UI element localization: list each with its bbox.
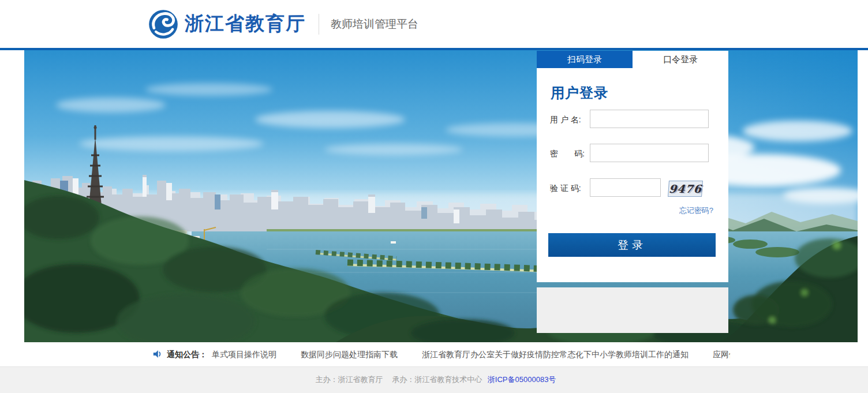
footer-host: 主办：浙江省教育厅: [316, 375, 383, 384]
captcha-image[interactable]: 9476: [668, 181, 703, 197]
tab-scan-login[interactable]: 扫码登录: [537, 51, 633, 68]
password-label: 密 码:: [550, 144, 589, 163]
logo-icon: [148, 9, 179, 40]
username-input[interactable]: [590, 110, 709, 128]
login-button[interactable]: 登录: [548, 233, 716, 257]
forgot-password-link[interactable]: 忘记密码?: [679, 205, 713, 216]
login-title: 用户登录: [551, 84, 608, 102]
header: 浙江省教育厅 教师培训管理平台: [0, 0, 868, 48]
login-page: 浙江省教育厅 教师培训管理平台: [0, 0, 868, 393]
password-input[interactable]: [590, 144, 709, 162]
notice-item-1[interactable]: 单式项目操作说明: [212, 350, 276, 359]
captcha-input[interactable]: [590, 178, 661, 197]
brand: 浙江省教育厅 教师培训管理平台: [148, 0, 418, 48]
notice-bar: 通知公告：单式项目操作说明数据同步问题处理指南下载浙江省教育厅办公室关于做好疫情…: [0, 342, 868, 366]
speaker-icon: [153, 350, 162, 358]
brand-divider: [319, 14, 319, 35]
login-panel: 扫码登录 口令登录 用户登录 用 户 名: 密 码: 验 证 码: 9476 忘…: [537, 51, 728, 282]
notice-content: 通知公告：单式项目操作说明数据同步问题处理指南下载浙江省教育厅办公室关于做好疫情…: [153, 342, 730, 366]
tab-password-login[interactable]: 口令登录: [633, 51, 728, 68]
notice-title: 通知公告：: [167, 350, 207, 359]
hero-image: [24, 50, 858, 342]
notice-item-2[interactable]: 数据同步问题处理指南下载: [301, 350, 398, 359]
username-label: 用 户 名:: [550, 110, 589, 129]
notice-item-3[interactable]: 浙江省教育厅办公室关于做好疫情防控常态化下中小学教师培训工作的通知: [422, 350, 689, 359]
footer-organizer: 承办：浙江省教育技术中心: [392, 375, 482, 384]
captcha-label: 验 证 码:: [550, 179, 589, 197]
panel-footer-strip: [537, 287, 728, 333]
login-tabs: 扫码登录 口令登录: [537, 51, 728, 68]
notice-item-4[interactable]: 应网信办和公安厅的要求，需要升级: [713, 350, 730, 359]
icp-link[interactable]: 浙ICP备05000083号: [488, 375, 556, 384]
page-footer: 主办：浙江省教育厅 承办：浙江省教育技术中心 浙ICP备05000083号: [0, 366, 868, 393]
app-name: 教师培训管理平台: [331, 17, 418, 32]
site-title: 浙江省教育厅: [185, 11, 306, 37]
